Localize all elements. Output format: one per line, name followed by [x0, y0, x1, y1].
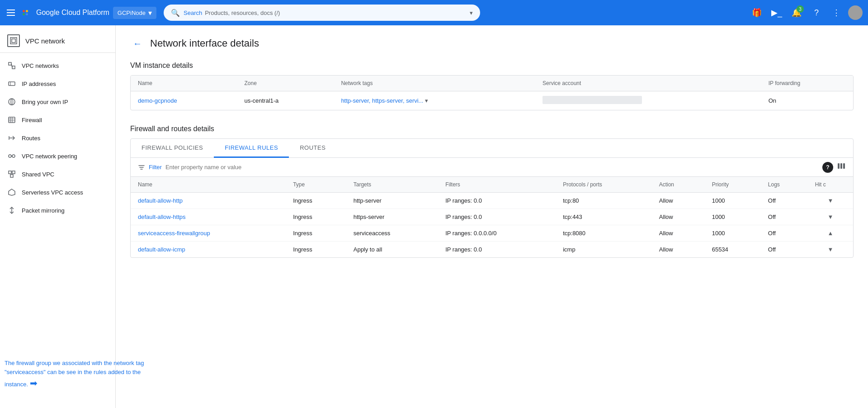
table-row: serviceaccess-firewallgroup Ingress serv… — [131, 225, 853, 242]
fw-cell-expand[interactable]: ▼ — [808, 242, 853, 258]
tab-routes[interactable]: ROUTES — [289, 139, 336, 158]
hamburger-menu[interactable] — [5, 7, 16, 18]
help-icon: ? — [814, 8, 819, 18]
filter-bar: Filter ? — [131, 158, 853, 177]
help-button[interactable]: ? — [808, 5, 825, 21]
fw-cell-expand[interactable]: ▼ — [808, 209, 853, 225]
service-account-redacted — [542, 96, 642, 104]
user-avatar[interactable] — [848, 5, 863, 20]
sidebar-header: VPC network — [0, 29, 115, 53]
fw-cell-targets: http-server — [346, 193, 438, 209]
project-selector[interactable]: GCPiNode ▾ — [113, 7, 156, 19]
annotation-text: The firewall group we associated with th… — [5, 360, 144, 388]
filter-help-button[interactable]: ? — [822, 162, 833, 173]
cell-network-tags: http-server, https-server, servi... ▾ — [334, 91, 535, 110]
vm-table-container: Name Zone Network tags Service account I… — [130, 75, 854, 110]
back-button[interactable]: ← — [130, 36, 145, 51]
fw-cell-protocols: tcp:80 — [556, 193, 652, 209]
main-content: ← Network interface details VM instance … — [116, 25, 868, 408]
svg-rect-25 — [838, 163, 840, 169]
firewall-routes-section: Firewall and routes details FIREWALL POL… — [130, 125, 854, 258]
svg-rect-10 — [9, 117, 15, 123]
fw-cell-logs: Off — [761, 209, 808, 225]
sidebar-item-routes[interactable]: Routes — [0, 129, 112, 147]
fw-cell-expand[interactable]: ▲ — [808, 225, 853, 242]
annotation-box: The firewall group we associated with th… — [5, 359, 158, 390]
firewall-icon — [7, 115, 16, 124]
sidebar-item-ip-addresses[interactable]: IP addresses — [0, 75, 112, 93]
ip-addresses-icon — [7, 79, 16, 88]
bring-your-own-ip-icon — [7, 97, 16, 106]
fw-cell-priority: 1000 — [705, 193, 761, 209]
terminal-button[interactable]: ▶_ — [769, 5, 785, 21]
topbar: Google Cloud Platform GCPiNode ▾ 🔍 Searc… — [0, 0, 868, 25]
tab-firewall-policies[interactable]: FIREWALL POLICIES — [131, 139, 214, 158]
page-header: ← Network interface details — [130, 36, 854, 51]
fw-cell-type: Ingress — [286, 193, 346, 209]
sidebar-item-serverless-vpc-access[interactable]: Serverless VPC access — [0, 183, 112, 201]
cell-ip-forwarding: On — [761, 91, 853, 110]
fw-cell-type: Ingress — [286, 225, 346, 242]
fw-cell-logs: Off — [761, 242, 808, 258]
fw-cell-type: Ingress — [286, 209, 346, 225]
fw-col-hitc: Hit c — [808, 177, 853, 193]
more-options-button[interactable]: ⋮ — [828, 5, 844, 21]
sidebar-item-firewall[interactable]: Firewall — [0, 111, 112, 129]
table-row: default-allow-icmp Ingress Apply to all … — [131, 242, 853, 258]
serverless-vpc-icon — [7, 188, 16, 197]
filter-icon — [138, 164, 145, 171]
search-placeholder: Products, resources, docs (/) — [205, 9, 466, 16]
fw-cell-protocols: icmp — [556, 242, 652, 258]
vpc-icon — [7, 34, 20, 47]
fw-cell-filters: IP ranges: 0.0 — [438, 209, 556, 225]
fw-cell-protocols: tcp:443 — [556, 209, 652, 225]
topbar-actions: 🎁 ▶_ 🔔 3 ? ⋮ — [749, 5, 863, 21]
layout: VPC network VPC networks IP addresses Br… — [0, 0, 868, 408]
vm-table: Name Zone Network tags Service account I… — [131, 76, 853, 110]
col-service-account: Service account — [535, 76, 761, 91]
svg-rect-22 — [10, 175, 13, 177]
sidebar-item-bring-your-own-ip[interactable]: Bring your own IP — [0, 93, 112, 111]
tab-firewall-rules[interactable]: FIREWALL RULES — [214, 139, 289, 158]
fw-cell-filters: IP ranges: 0.0 — [438, 193, 556, 209]
filter-columns-button[interactable] — [837, 161, 846, 173]
fw-cell-targets: serviceaccess — [346, 225, 438, 242]
sidebar-item-packet-mirroring[interactable]: Packet mirroring — [0, 201, 112, 219]
fw-cell-logs: Off — [761, 225, 808, 242]
annotation-arrow: ➡ — [30, 376, 38, 390]
vm-instance-section: VM instance details Name Zone Network ta… — [130, 62, 854, 110]
svg-rect-21 — [12, 171, 15, 174]
sidebar-item-label: IP addresses — [22, 81, 56, 87]
expand-icon: ▾ — [470, 9, 473, 16]
routes-icon — [7, 133, 16, 142]
filter-label: Filter — [149, 164, 162, 171]
firewall-section-title: Firewall and routes details — [130, 125, 854, 133]
search-bar[interactable]: 🔍 Search Products, resources, docs (/) ▾ — [164, 5, 480, 21]
svg-point-18 — [12, 155, 15, 157]
vpc-peering-icon — [7, 152, 16, 161]
sidebar-item-label: Serverless VPC access — [22, 189, 83, 196]
fw-cell-protocols: tcp:8080 — [556, 225, 652, 242]
cell-name: demo-gcpnode — [131, 91, 237, 110]
fw-cell-action: Allow — [652, 209, 705, 225]
fw-cell-priority: 1000 — [705, 209, 761, 225]
firewall-rules-data-table: Name Type Targets Filters Protocols / po… — [131, 177, 853, 257]
sidebar-item-vpc-networks[interactable]: VPC networks — [0, 57, 112, 75]
sidebar-item-label: VPC network peering — [22, 153, 77, 160]
sidebar-item-label: Shared VPC — [22, 171, 54, 178]
fw-cell-priority: 1000 — [705, 225, 761, 242]
google-logo-dots — [20, 7, 31, 18]
fw-cell-expand[interactable]: ▼ — [808, 193, 853, 209]
gift-button[interactable]: 🎁 — [749, 5, 765, 21]
sidebar-item-vpc-network-peering[interactable]: VPC network peering — [0, 147, 112, 165]
notifications-button[interactable]: 🔔 3 — [788, 5, 805, 21]
filter-input[interactable] — [165, 164, 819, 171]
col-name: Name — [131, 76, 237, 91]
fw-col-action: Action — [652, 177, 705, 193]
sidebar-item-shared-vpc[interactable]: Shared VPC — [0, 165, 112, 183]
search-icon: 🔍 — [171, 9, 180, 17]
cell-zone: us-central1-a — [237, 91, 334, 110]
network-tags-chevron[interactable]: ▾ — [425, 97, 428, 104]
search-label: Search — [184, 9, 202, 16]
terminal-icon: ▶_ — [771, 8, 782, 18]
